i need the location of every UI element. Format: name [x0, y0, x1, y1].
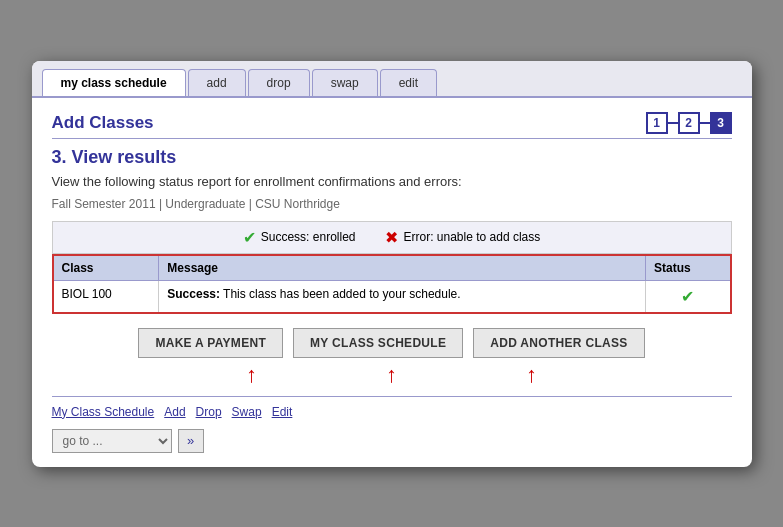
footer-my-class-schedule-link[interactable]: My Class Schedule — [52, 405, 155, 419]
goto-select[interactable]: go to ... — [52, 429, 172, 453]
tab-drop[interactable]: drop — [248, 69, 310, 96]
legend-error: ✖ Error: unable to add class — [385, 228, 540, 247]
legend-error-label: Error: unable to add class — [403, 230, 540, 244]
arrow-spacer-3: ↑ — [467, 364, 597, 386]
footer-edit-link[interactable]: Edit — [272, 405, 293, 419]
main-window: my class schedule add drop swap edit Add… — [32, 61, 752, 467]
section-heading: 3. View results — [52, 147, 732, 168]
legend-bar: ✔ Success: enrolled ✖ Error: unable to a… — [52, 221, 732, 254]
tab-my-class-schedule[interactable]: my class schedule — [42, 69, 186, 96]
cell-message: Success: This class has been added to yo… — [159, 280, 646, 313]
step-1: 1 — [646, 112, 668, 134]
steps-indicator: 1 2 3 — [646, 112, 732, 134]
action-buttons: Make A Payment My Class Schedule Add Ano… — [52, 328, 732, 358]
arrow-payment-icon: ↑ — [246, 364, 257, 386]
error-x-icon: ✖ — [385, 228, 398, 247]
step-2: 2 — [678, 112, 700, 134]
tab-swap[interactable]: swap — [312, 69, 378, 96]
footer-swap-link[interactable]: Swap — [232, 405, 262, 419]
arrow-indicators: ↑ ↑ ↑ — [52, 364, 732, 386]
message-text: Success: This class has been added to yo… — [167, 287, 460, 301]
cell-status: ✔ — [646, 280, 731, 313]
table-row: BIOL 100 Success: This class has been ad… — [53, 280, 731, 313]
page-title-row: Add Classes 1 2 3 — [52, 112, 732, 139]
legend-success: ✔ Success: enrolled — [243, 228, 356, 247]
semester-info: Fall Semester 2011 | Undergraduate | CSU… — [52, 197, 732, 211]
make-payment-button[interactable]: Make A Payment — [138, 328, 283, 358]
page-title: Add Classes — [52, 113, 154, 133]
add-another-class-button[interactable]: Add Another Class — [473, 328, 644, 358]
arrow-schedule-icon: ↑ — [386, 364, 397, 386]
footer-links: My Class Schedule Add Drop Swap Edit — [52, 405, 732, 419]
step-line-1 — [668, 122, 678, 124]
footer-divider — [52, 396, 732, 397]
message-prefix: Success: — [167, 287, 220, 301]
col-class: Class — [53, 255, 159, 281]
arrow-add-class-icon: ↑ — [526, 364, 537, 386]
results-table: Class Message Status BIOL 100 Success: T… — [52, 254, 732, 314]
message-body: This class has been added to your schedu… — [220, 287, 461, 301]
col-message: Message — [159, 255, 646, 281]
content-area: Add Classes 1 2 3 3. View results View t… — [32, 98, 752, 467]
arrow-spacer-1: ↑ — [187, 364, 317, 386]
status-check-icon: ✔ — [681, 288, 694, 305]
success-check-icon: ✔ — [243, 228, 256, 247]
legend-success-label: Success: enrolled — [261, 230, 356, 244]
cell-class: BIOL 100 — [53, 280, 159, 313]
goto-row: go to ... » — [52, 429, 732, 453]
col-status: Status — [646, 255, 731, 281]
arrow-spacer-2: ↑ — [327, 364, 457, 386]
tab-bar: my class schedule add drop swap edit — [32, 61, 752, 98]
description-text: View the following status report for enr… — [52, 174, 732, 189]
tab-edit[interactable]: edit — [380, 69, 437, 96]
tab-add[interactable]: add — [188, 69, 246, 96]
step-line-2 — [700, 122, 710, 124]
my-class-schedule-button[interactable]: My Class Schedule — [293, 328, 463, 358]
footer-add-link[interactable]: Add — [164, 405, 185, 419]
footer-drop-link[interactable]: Drop — [196, 405, 222, 419]
table-header-row: Class Message Status — [53, 255, 731, 281]
step-3: 3 — [710, 112, 732, 134]
goto-button[interactable]: » — [178, 429, 204, 453]
